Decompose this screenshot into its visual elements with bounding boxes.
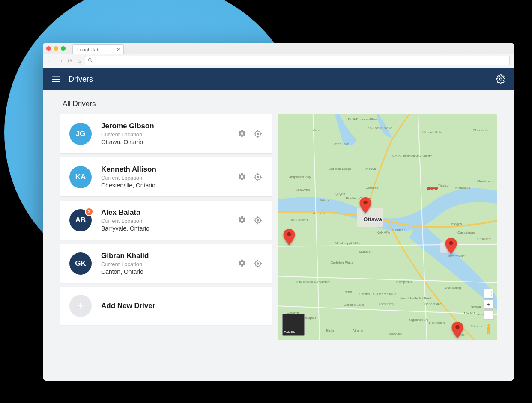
zoom-out-button[interactable]: − bbox=[484, 310, 493, 320]
gear-icon[interactable] bbox=[238, 216, 247, 225]
browser-tab[interactable]: FreightTab ✕ bbox=[72, 44, 124, 54]
svg-text:Lombardy: Lombardy bbox=[379, 302, 395, 306]
svg-text:Casselman: Casselman bbox=[457, 231, 475, 234]
svg-point-13 bbox=[257, 176, 259, 178]
map-panel[interactable]: Omer Otter Lake Lac-Sainte-Marie Val-des… bbox=[278, 114, 497, 340]
svg-text:Burnstown: Burnstown bbox=[291, 218, 308, 222]
add-driver-info: Add New Driver bbox=[101, 302, 263, 310]
svg-point-88 bbox=[287, 232, 291, 236]
pegman-icon[interactable] bbox=[484, 323, 493, 335]
forward-button[interactable]: → bbox=[57, 57, 63, 64]
close-tab-icon[interactable]: ✕ bbox=[117, 47, 121, 53]
map-pin-chesterville[interactable] bbox=[445, 238, 457, 254]
map-canvas: Omer Otter Lake Lac-Sainte-Marie Val-des… bbox=[278, 114, 497, 340]
app-header: Drivers bbox=[43, 68, 514, 90]
driver-card[interactable]: GK Gibran Khalid Current Location Canton… bbox=[60, 244, 272, 283]
notification-badge: 2 bbox=[85, 207, 93, 216]
driver-name: Jerome Gibson bbox=[101, 122, 228, 130]
close-window-button[interactable] bbox=[46, 46, 51, 51]
maximize-window-button[interactable] bbox=[61, 46, 66, 51]
avatar-initials: GK bbox=[75, 259, 86, 268]
browser-tab-bar: FreightTab ✕ bbox=[43, 43, 514, 54]
driver-sub-label: Current Location bbox=[101, 175, 228, 181]
driver-card[interactable]: KA Kenneth Allison Current Location Ches… bbox=[60, 157, 272, 196]
svg-text:Carleton Place: Carleton Place bbox=[331, 261, 354, 264]
svg-point-25 bbox=[257, 263, 259, 264]
svg-text:Lac-Sainte-Marie: Lac-Sainte-Marie bbox=[365, 126, 392, 130]
menu-icon[interactable] bbox=[51, 74, 61, 84]
svg-text:Athens: Athens bbox=[353, 329, 363, 332]
locate-icon[interactable] bbox=[253, 172, 263, 182]
back-button[interactable]: ← bbox=[47, 57, 53, 64]
svg-rect-92 bbox=[487, 327, 490, 331]
map-pin-ottawa[interactable] bbox=[359, 197, 371, 213]
satellite-toggle[interactable]: Satellite bbox=[282, 314, 305, 336]
avatar-initials: KA bbox=[75, 173, 86, 181]
svg-text:Montebello: Montebello bbox=[477, 179, 494, 183]
svg-text:Alcove: Alcove bbox=[365, 167, 376, 171]
gear-icon[interactable] bbox=[238, 259, 247, 268]
svg-text:Omer: Omer bbox=[313, 128, 322, 132]
map-pin-canton[interactable] bbox=[451, 322, 463, 338]
reload-button[interactable]: ⟳ bbox=[68, 57, 73, 64]
svg-text:NEPEAN: NEPEAN bbox=[392, 228, 406, 232]
svg-text:Elgin: Elgin bbox=[326, 329, 334, 332]
url-bar[interactable] bbox=[85, 56, 510, 65]
locate-icon[interactable] bbox=[253, 259, 263, 268]
svg-text:Notre-Dame-de-la-Salette: Notre-Dame-de-la-Salette bbox=[392, 154, 432, 158]
locate-icon[interactable] bbox=[253, 129, 263, 139]
minimize-window-button[interactable] bbox=[54, 46, 58, 51]
card-actions bbox=[238, 129, 263, 139]
svg-line-1 bbox=[91, 61, 93, 62]
svg-text:Merrickville: Merrickville bbox=[379, 292, 396, 296]
svg-text:Lac-des-Loups: Lac-des-Loups bbox=[329, 167, 352, 171]
svg-point-90 bbox=[455, 325, 459, 329]
svg-point-87 bbox=[364, 201, 368, 204]
driver-sub-label: Current Location bbox=[101, 131, 228, 138]
svg-text:Mississippi Mills: Mississippi Mills bbox=[335, 241, 360, 245]
home-button[interactable]: ⌂ bbox=[77, 57, 81, 64]
svg-point-19 bbox=[257, 219, 259, 221]
driver-location: Barryvale, Ontario bbox=[101, 225, 228, 232]
add-driver-card[interactable]: Add New Driver bbox=[60, 287, 272, 325]
zoom-in-button[interactable]: + bbox=[484, 299, 493, 309]
svg-point-91 bbox=[487, 324, 490, 327]
map-place-label: Ottawa bbox=[363, 216, 382, 222]
locate-icon[interactable] bbox=[253, 216, 263, 225]
settings-icon[interactable] bbox=[496, 74, 505, 84]
browser-window: FreightTab ✕ ← → ⟳ ⌂ Drivers bbox=[43, 43, 514, 381]
map-pin-barryvale[interactable] bbox=[283, 229, 295, 245]
svg-text:Kemptville: Kemptville bbox=[396, 280, 412, 284]
gear-icon[interactable] bbox=[238, 129, 247, 139]
map-cluster-dots bbox=[427, 187, 438, 190]
driver-sub-label: Current Location bbox=[101, 261, 228, 267]
section-title: All Drivers bbox=[63, 100, 497, 108]
driver-card[interactable]: JG Jerome Gibson Current Location Ottawa… bbox=[60, 114, 272, 153]
svg-rect-93 bbox=[487, 331, 489, 334]
svg-text:Heuvelton: Heuvelton bbox=[429, 321, 445, 325]
satellite-label: Satellite bbox=[284, 330, 296, 334]
gear-icon[interactable] bbox=[238, 172, 247, 182]
svg-text:Shawville: Shawville bbox=[296, 188, 311, 192]
svg-text:Munster: Munster bbox=[359, 250, 372, 254]
svg-text:Spencerville: Spencerville bbox=[422, 302, 442, 306]
app-viewport: Drivers All Drivers JG Jerome Gibson Cur… bbox=[43, 68, 514, 381]
svg-text:Arnprior: Arnprior bbox=[313, 211, 326, 215]
driver-location: Canton, Ontario bbox=[101, 268, 228, 275]
avatar: KA bbox=[69, 166, 92, 188]
add-driver-label: Add New Driver bbox=[101, 302, 263, 310]
svg-text:Smiths Falls: Smiths Falls bbox=[359, 292, 378, 296]
svg-text:McDonalds Corners: McDonalds Corners bbox=[296, 280, 326, 284]
svg-text:Ogdensburg: Ogdensburg bbox=[409, 318, 429, 322]
svg-text:Morrisburg: Morrisburg bbox=[444, 286, 461, 290]
svg-text:Petit-Poisson-Blanc: Petit-Poisson-Blanc bbox=[348, 117, 379, 121]
svg-text:Chesterville: Chesterville bbox=[446, 254, 465, 258]
svg-point-5 bbox=[499, 78, 502, 80]
fullscreen-button[interactable]: ⛶ bbox=[484, 289, 493, 298]
svg-text:Norfolk: Norfolk bbox=[471, 305, 482, 309]
driver-card[interactable]: AB 2 Alex Balata Current Location Barryv… bbox=[60, 201, 272, 240]
driver-sub-label: Current Location bbox=[101, 218, 228, 224]
svg-text:Thurso: Thurso bbox=[438, 184, 449, 187]
svg-point-0 bbox=[89, 58, 91, 61]
avatar: GK bbox=[69, 252, 92, 275]
